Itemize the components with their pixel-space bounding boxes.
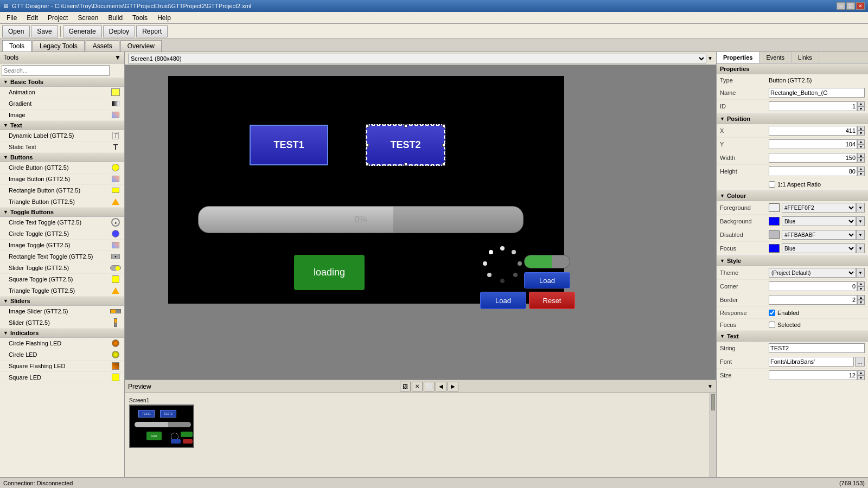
generate-button[interactable]: Generate bbox=[63, 25, 102, 37]
prop-bg-dropdown[interactable]: ▼ bbox=[856, 216, 865, 226]
section-position[interactable]: ▼ Position bbox=[717, 113, 868, 124]
prop-name-input[interactable] bbox=[769, 88, 865, 98]
tool-square-toggle[interactable]: Square Toggle (GTT2.5) bbox=[0, 274, 124, 285]
tool-slider-toggle[interactable]: Slider Toggle (GTT2.5) bbox=[0, 262, 124, 274]
preview-next[interactable]: ▶ bbox=[448, 382, 458, 391]
section-colour[interactable]: ▼ Colour bbox=[717, 190, 868, 201]
tool-square-led[interactable]: Square LED bbox=[0, 372, 124, 383]
prop-border-input[interactable] bbox=[769, 295, 857, 305]
tool-image[interactable]: Image bbox=[0, 110, 124, 121]
tab-tools[interactable]: Tools bbox=[2, 40, 31, 52]
tool-dynamic-label[interactable]: Dynamic Label (GTT2.5) T bbox=[0, 130, 124, 142]
canvas-area[interactable]: TEST1 TEST2 bbox=[125, 65, 716, 380]
tool-image-toggle[interactable]: Image Toggle (GTT2.5) bbox=[0, 240, 124, 251]
prop-font-browse[interactable]: … bbox=[855, 357, 865, 367]
section-indicators[interactable]: ▼ Indicators bbox=[0, 329, 124, 338]
test1-button[interactable]: TEST1 bbox=[250, 125, 328, 165]
prop-height-up[interactable]: ▲ bbox=[857, 166, 865, 171]
canvas-dropdown-arrow[interactable]: ▼ bbox=[707, 55, 713, 61]
section-basic-tools[interactable]: ▼ Basic Tools bbox=[0, 78, 124, 87]
preview-scrollbar-thumb[interactable] bbox=[711, 394, 715, 410]
prop-corner-input[interactable] bbox=[769, 281, 857, 291]
prop-size-up[interactable]: ▲ bbox=[857, 370, 865, 375]
prop-size-down[interactable]: ▼ bbox=[857, 375, 865, 380]
preview-screen1[interactable]: Screen1 TEST1 TEST2 load bbox=[129, 397, 194, 448]
preview-dropdown-arrow[interactable]: ▼ bbox=[707, 383, 713, 389]
prop-string-input[interactable] bbox=[769, 343, 865, 353]
preview-scrollbar[interactable] bbox=[710, 393, 716, 488]
prop-x-input[interactable] bbox=[769, 126, 857, 136]
preview-btn2[interactable]: ✕ bbox=[412, 382, 423, 391]
tool-slider[interactable]: Slider (GTT2.5) bbox=[0, 317, 124, 329]
section-sliders[interactable]: ▼ Sliders bbox=[0, 297, 124, 306]
screen-select[interactable]: Screen1 (800x480) bbox=[128, 54, 706, 63]
menu-edit[interactable]: Edit bbox=[22, 13, 42, 23]
prop-theme-select[interactable]: (Project Default) bbox=[769, 268, 856, 278]
prop-id-down[interactable]: ▼ bbox=[857, 106, 865, 111]
tools-search-input[interactable] bbox=[2, 65, 110, 76]
maximize-button[interactable]: □ bbox=[846, 2, 855, 10]
section-buttons[interactable]: ▼ Buttons bbox=[0, 153, 124, 162]
prop-y-down[interactable]: ▼ bbox=[857, 144, 865, 149]
section-text[interactable]: ▼ Text bbox=[0, 121, 124, 130]
prop-disabled-select[interactable]: #FFBABABF bbox=[782, 230, 856, 240]
save-button[interactable]: Save bbox=[31, 25, 58, 37]
prop-y-input[interactable] bbox=[769, 139, 857, 149]
prop-focus-color-dropdown[interactable]: ▼ bbox=[856, 243, 865, 253]
menu-file[interactable]: File bbox=[2, 13, 21, 23]
tool-gradient[interactable]: Gradient bbox=[0, 98, 124, 110]
prop-disabled-dropdown[interactable]: ▼ bbox=[856, 230, 865, 240]
prop-height-down[interactable]: ▼ bbox=[857, 171, 865, 176]
tool-static-text[interactable]: Static Text T bbox=[0, 142, 124, 153]
open-button[interactable]: Open bbox=[2, 25, 30, 37]
tab-links[interactable]: Links bbox=[792, 52, 819, 63]
preview-thumbnail[interactable]: TEST1 TEST2 load bbox=[129, 404, 194, 448]
prop-fg-select[interactable]: #FFEEF0F2 bbox=[782, 203, 856, 213]
tool-circle-toggle[interactable]: Circle Toggle (GTT2.5) bbox=[0, 228, 124, 240]
menu-project[interactable]: Project bbox=[43, 13, 72, 23]
load-button-bottom[interactable]: Load bbox=[480, 292, 526, 309]
tab-overview[interactable]: Overview bbox=[120, 40, 162, 52]
tool-circle-button[interactable]: Circle Button (GTT2.5) bbox=[0, 162, 124, 174]
prop-size-input[interactable] bbox=[769, 370, 857, 380]
prop-border-down[interactable]: ▼ bbox=[857, 300, 865, 305]
prop-border-up[interactable]: ▲ bbox=[857, 295, 865, 300]
prop-width-down[interactable]: ▼ bbox=[857, 158, 865, 163]
prop-y-up[interactable]: ▲ bbox=[857, 139, 865, 144]
tab-events[interactable]: Events bbox=[760, 52, 792, 63]
prop-focus-checkbox[interactable] bbox=[769, 322, 775, 328]
section-text[interactable]: ▼ Text bbox=[717, 331, 868, 342]
tab-legacy-tools[interactable]: Legacy Tools bbox=[33, 40, 85, 52]
prop-focus-color-select[interactable]: Blue bbox=[782, 243, 856, 253]
prop-corner-down[interactable]: ▼ bbox=[857, 286, 865, 291]
test2-button[interactable]: TEST2 bbox=[366, 125, 445, 165]
tool-square-flashing-led[interactable]: Square Flashing LED bbox=[0, 361, 124, 372]
report-button[interactable]: Report bbox=[136, 25, 168, 37]
minimize-button[interactable]: ─ bbox=[837, 2, 845, 10]
menu-build[interactable]: Build bbox=[104, 13, 127, 23]
prop-font-input[interactable] bbox=[769, 357, 854, 367]
prop-id-input[interactable] bbox=[769, 101, 857, 111]
menu-help[interactable]: Help bbox=[153, 13, 175, 23]
prop-height-input[interactable] bbox=[769, 166, 857, 176]
preview-prev[interactable]: ◀ bbox=[436, 382, 446, 391]
prop-width-up[interactable]: ▲ bbox=[857, 153, 865, 158]
prop-theme-dropdown[interactable]: ▼ bbox=[856, 268, 865, 278]
prop-fg-dropdown[interactable]: ▼ bbox=[856, 203, 865, 213]
tool-image-button[interactable]: Image Button (GTT2.5) bbox=[0, 174, 124, 185]
tool-rect-button[interactable]: Rectangle Button (GTT2.5) bbox=[0, 185, 124, 196]
section-style[interactable]: ▼ Style bbox=[717, 255, 868, 266]
tool-circle-text-toggle[interactable]: Circle Text Toggle (GTT2.5) ● bbox=[0, 217, 124, 228]
close-button[interactable]: ✕ bbox=[856, 2, 865, 10]
menu-screen[interactable]: Screen bbox=[73, 13, 103, 23]
toggle-slider-widget[interactable] bbox=[524, 255, 570, 268]
prop-x-down[interactable]: ▼ bbox=[857, 131, 865, 136]
prop-id-up[interactable]: ▲ bbox=[857, 101, 865, 106]
prop-corner-up[interactable]: ▲ bbox=[857, 281, 865, 286]
preview-btn1[interactable]: 🖼 bbox=[400, 382, 411, 391]
tab-assets[interactable]: Assets bbox=[86, 40, 119, 52]
deploy-button[interactable]: Deploy bbox=[103, 25, 135, 37]
prop-response-checkbox[interactable] bbox=[769, 310, 775, 316]
tool-circle-led[interactable]: Circle LED bbox=[0, 349, 124, 361]
prop-x-up[interactable]: ▲ bbox=[857, 126, 865, 131]
